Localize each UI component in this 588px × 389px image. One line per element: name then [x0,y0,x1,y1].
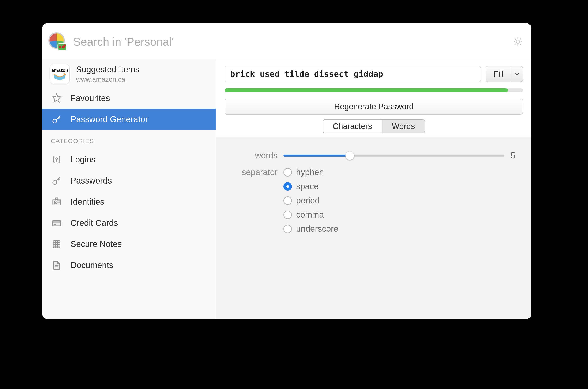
amazon-thumb-icon: amazon [50,64,70,84]
svg-point-2 [59,46,61,48]
svg-rect-11 [55,198,58,199]
sidebar-item-label: Password Generator [71,115,148,124]
chevron-down-icon [515,72,519,75]
sidebar: amazon Suggested Items www.amazon.ca [42,61,216,319]
sidebar-category-documents[interactable]: Documents [42,255,216,276]
search-input[interactable] [73,35,507,48]
keyhole-icon [50,153,63,166]
separator-option-hyphen[interactable]: hyphen [283,167,338,177]
amazon-thumb-word: amazon [52,68,68,73]
regenerate-button[interactable]: Regenerate Password [225,98,523,115]
app-logo-icon [48,32,67,51]
sidebar-item-label: Identities [71,197,104,207]
radio-icon [283,211,292,219]
radio-label: space [296,182,319,191]
words-slider[interactable] [283,151,504,160]
app-window: amazon Suggested Items www.amazon.ca [42,23,532,319]
suggested-title: Suggested Items [76,65,140,74]
document-icon [50,258,63,272]
star-icon [50,91,63,105]
svg-point-8 [56,158,57,160]
sidebar-category-secure-notes[interactable]: Secure Notes [42,233,216,255]
suggested-subtitle: www.amazon.ca [76,75,140,83]
sidebar-item-label: Secure Notes [71,239,122,249]
separator-label: separator [226,167,283,177]
sidebar-item-label: Favourites [71,94,110,103]
fill-dropdown-button[interactable] [511,66,523,82]
svg-point-4 [64,44,66,46]
radio-icon [283,168,292,177]
radio-label: comma [296,210,324,220]
separator-option-comma[interactable]: comma [283,210,338,220]
slider-knob[interactable] [345,151,354,160]
separator-options: hyphenspaceperiodcommaunderscore [283,167,338,234]
sidebar-item-favourites[interactable]: Favourites [42,88,216,109]
sidebar-category-identities[interactable]: Identities [42,191,216,212]
radio-label: hyphen [296,167,324,177]
tab-characters[interactable]: Characters [323,120,382,133]
generated-password[interactable]: brick used tilde dissect giddap [225,66,481,82]
sidebar-item-label: Credit Cards [71,218,118,228]
sidebar-suggested-item[interactable]: amazon Suggested Items www.amazon.ca [42,61,216,88]
sidebar-item-label: Documents [71,260,113,270]
sidebar-item-label: Passwords [71,176,112,185]
fill-button[interactable]: Fill [486,66,511,82]
generator-mode-tabs: Characters Words [323,119,425,133]
radio-icon [283,196,292,205]
sidebar-category-passwords[interactable]: Passwords [42,170,216,191]
svg-rect-13 [53,220,61,226]
key-icon [50,174,63,187]
categories-header: CATEGORIES [42,130,216,149]
sidebar-category-credit-cards[interactable]: Credit Cards [42,212,216,233]
radio-icon [283,182,292,191]
sidebar-item-password-generator[interactable]: Password Generator [42,109,216,130]
svg-point-5 [516,40,520,43]
sidebar-item-label: Logins [71,155,95,164]
separator-option-underscore[interactable]: underscore [283,224,338,234]
words-label: words [226,151,283,160]
sidebar-category-logins[interactable]: Logins [42,149,216,170]
key-icon [50,112,63,126]
separator-option-period[interactable]: period [283,196,338,205]
body: amazon Suggested Items www.amazon.ca [42,61,532,319]
tab-words[interactable]: Words [382,120,424,133]
gear-icon[interactable] [513,36,523,47]
credit-card-icon [50,216,63,229]
id-card-icon [50,195,63,208]
strength-fill [225,88,508,92]
notes-icon [50,237,63,251]
strength-meter [225,88,523,92]
generator-panel: brick used tilde dissect giddap Fill Reg… [216,61,532,319]
radio-label: underscore [296,224,338,234]
radio-icon [283,225,292,233]
toolbar [42,23,532,61]
separator-option-space[interactable]: space [283,182,338,191]
words-value: 5 [511,151,521,160]
radio-label: period [296,196,320,205]
